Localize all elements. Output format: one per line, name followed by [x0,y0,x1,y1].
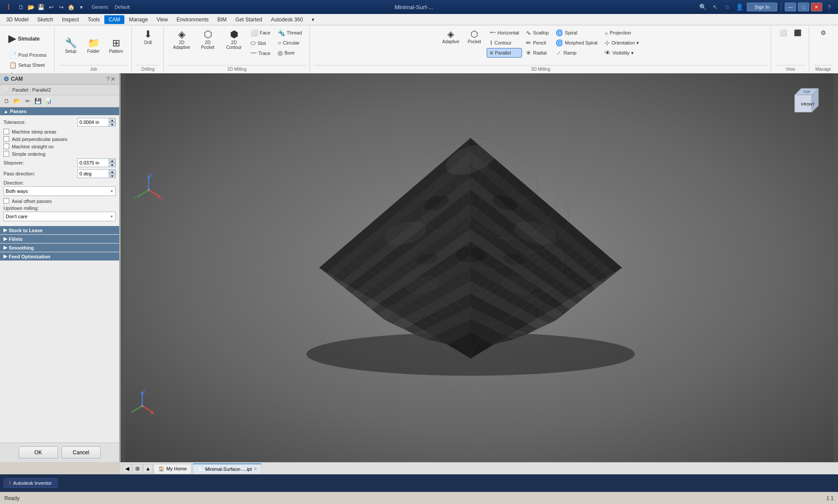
radial-btn[interactable]: ✳Radial [523,48,552,58]
slot-btn[interactable]: ⬭Slot [247,38,274,48]
panel-close-btn[interactable]: ✕ [110,75,116,82]
maximize-btn[interactable]: □ [798,3,809,11]
panel-new-btn[interactable]: 🗋 [2,96,11,106]
help-icon[interactable]: ? [824,2,835,12]
pencil-btn[interactable]: ✏Pencil [523,38,552,48]
menu-bim[interactable]: BIM [213,15,231,24]
menu-cam[interactable]: CAM [104,15,125,24]
menu-autodesk360[interactable]: Autodesk 360 [267,15,307,24]
minimize-btn[interactable]: — [785,3,796,11]
tolerance-up-btn[interactable]: ▲ [109,118,116,122]
pocket3d-btn[interactable]: ⬡ Pocket [463,28,486,46]
view-btn1[interactable]: ⬜ [776,28,790,38]
add-perp-checkbox[interactable] [3,136,9,142]
morphed-spiral-btn[interactable]: 🌀Morphed Spiral [553,38,601,48]
updown-select[interactable]: Don't care ▼ [3,212,116,221]
projection-btn[interactable]: ⬦Projection [601,28,642,38]
menu-getstarted[interactable]: Get Started [231,15,266,24]
ok-button[interactable]: OK [19,446,58,459]
trace-btn[interactable]: 〰Trace [247,48,274,58]
search-icon[interactable]: 🔍 [698,2,708,12]
contour-btn[interactable]: ⌇Contour [487,38,522,48]
machine-straight-checkbox[interactable] [3,144,9,149]
cursor-icon[interactable]: ↖ [710,2,721,12]
panel-help-btn[interactable]: ? [106,75,110,82]
smoothing-header[interactable]: ▶ Smoothing [0,243,119,252]
bore-btn[interactable]: ◎Bore [275,48,305,58]
tab-nav-grid[interactable]: ⊞ [133,464,142,473]
ramp-btn[interactable]: ⟋Ramp [553,48,601,58]
nav-cube[interactable]: FRONT TOP [795,89,818,112]
redo-btn[interactable]: ↪ [57,3,65,11]
post-process-btn[interactable]: 📄 Post Process [6,50,50,60]
circular-btn[interactable]: ○Circular [275,38,305,48]
new-btn[interactable]: 🗋 [17,3,25,11]
dropdown-btn[interactable]: ▾ [77,3,86,11]
tab-minimal-surface[interactable]: 📄 Minimal-Surface-....ipt ✕ [192,463,262,473]
face-btn[interactable]: ⬜Face [247,28,274,38]
user-icon[interactable]: 👤 [735,2,745,12]
drill-btn[interactable]: ⬇ Drill [137,28,159,47]
feedopt-header[interactable]: ▶ Feed Optimization [0,252,119,261]
stocktoleave-header[interactable]: ▶ Stock to Leave [0,226,119,234]
tab-myhome[interactable]: 🏠 My Home [154,464,192,473]
menu-tools[interactable]: Tools [83,15,104,24]
spiral-btn[interactable]: 🌀Spiral [553,28,601,38]
panel-edit-btn[interactable]: ✏ [23,96,32,106]
star-icon[interactable]: ☆ [722,2,733,12]
close-btn[interactable]: ✕ [811,3,822,11]
menu-sketch[interactable]: Sketch [33,15,58,24]
pass-dir-down-btn[interactable]: ▼ [109,174,116,178]
menu-manage[interactable]: Manage [124,15,152,24]
visibility-btn[interactable]: 👁Visibility ▾ [601,48,642,58]
view-btn2[interactable]: ⬛ [791,28,804,38]
home-btn[interactable]: 🏠 [67,3,76,11]
pattern-btn[interactable]: ⊞ Pattern [105,37,127,55]
tolerance-down-btn[interactable]: ▼ [109,122,116,127]
save-btn[interactable]: 💾 [37,3,45,11]
pass-direction-input[interactable] [77,169,109,178]
pass-dir-up-btn[interactable]: ▲ [109,169,116,174]
menu-view[interactable]: View [152,15,172,24]
2dcontour-btn[interactable]: ⬢ 2D Contour [221,28,247,51]
2dpocket-btn[interactable]: ⬡ 2D Pocket [195,28,220,51]
menu-dropdown[interactable]: ▾ [307,15,319,24]
stepover-up-btn[interactable]: ▲ [109,158,116,163]
panel-chart-btn[interactable]: 📊 [44,96,53,106]
orientation-btn[interactable]: ⊹Orientation ▾ [601,38,642,48]
open-btn[interactable]: 📂 [27,3,35,11]
tab-nav-left[interactable]: ◀ [122,464,132,473]
undo-btn[interactable]: ↩ [47,3,55,11]
fillets-header[interactable]: ▶ Fillets [0,235,119,243]
tolerance-input[interactable] [77,118,109,127]
menu-3dmodel[interactable]: 3D Model [2,15,33,24]
stepover-input[interactable] [77,158,109,167]
scallop-btn[interactable]: ∿Scallop [523,28,552,38]
folder-btn[interactable]: 📁 Folder [82,37,104,55]
parallel-btn[interactable]: ≡Parallel [487,48,522,58]
adaptive3d-btn[interactable]: ◈ Adaptive [440,28,462,46]
passes-section-header[interactable]: ▲ Passes [0,107,119,115]
menu-inspect[interactable]: Inspect [58,15,83,24]
sign-in-btn[interactable]: Sign In [747,3,777,11]
menu-environments[interactable]: Environments [172,15,213,24]
thread-btn[interactable]: 🔩Thread [275,28,305,38]
simulate-btn[interactable]: ▶ Simulate [6,28,50,50]
stepover-down-btn[interactable]: ▼ [109,163,116,167]
setup-btn[interactable]: 🔧 Setup [60,37,82,55]
cancel-button[interactable]: Cancel [62,446,101,459]
default-label: Default [115,4,130,10]
setup-sheet-btn[interactable]: 📋 Setup Sheet [6,60,48,70]
machine-steep-checkbox[interactable] [3,129,9,134]
manage-btn[interactable]: ⚙ [817,28,829,38]
horizontal-btn[interactable]: ⬳Horizontal [487,28,522,38]
taskbar-inventor[interactable]: I Autodesk Inventor [3,478,58,488]
panel-open-btn[interactable]: 📂 [12,96,22,106]
axial-offset-checkbox[interactable] [3,198,9,204]
2dadaptive-btn[interactable]: ◈ 2D Adaptive [169,28,194,51]
panel-save-btn[interactable]: 💾 [33,96,43,106]
tab-close-icon[interactable]: ✕ [254,466,257,471]
simple-ordering-checkbox[interactable] [3,151,9,157]
tab-nav-up[interactable]: ▲ [143,464,153,473]
direction-select[interactable]: Both ways ▼ [3,186,116,196]
